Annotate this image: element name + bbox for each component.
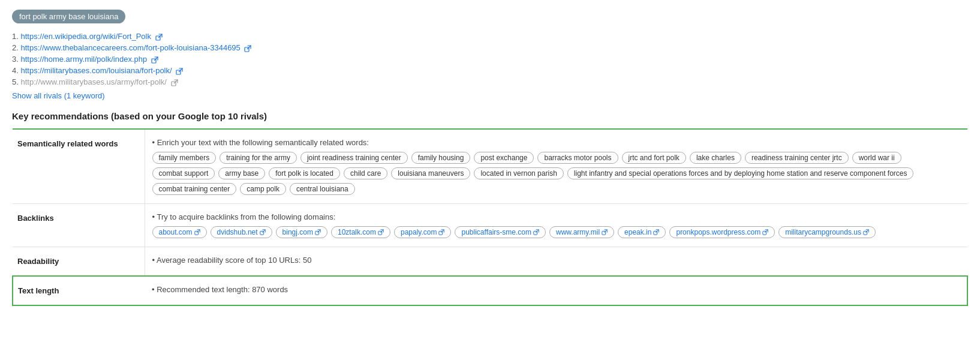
row-semantically-related: Semantically related words • Enrich your… (13, 129, 967, 204)
tag-world-war-ii: world war ii (852, 152, 901, 164)
backlink-epeak[interactable]: epeak.in (618, 226, 666, 238)
label-readability: Readability (13, 247, 145, 277)
url-item-3[interactable]: 3. https://home.army.mil/polk/index.php (12, 55, 968, 64)
tag-jrtc-fort-polk: jrtc and fort polk (622, 152, 686, 164)
readability-text: • Average readability score of top 10 UR… (152, 256, 312, 265)
row-backlinks: Backlinks • Try to acquire backlinks fro… (13, 204, 967, 247)
backlinks-intro: • Try to acquire backlinks from the foll… (152, 212, 961, 221)
tag-central-louisiana: central louisiana (290, 183, 355, 195)
tag-lake-charles: lake charles (690, 152, 741, 164)
external-link-icon-1 (155, 34, 163, 41)
label-semantically-related: Semantically related words (13, 129, 145, 204)
row-readability: Readability • Average readability score … (13, 247, 967, 277)
url-item-5[interactable]: 5. http://www.militarybases.us/army/fort… (12, 77, 968, 86)
tag-family-members: family members (152, 152, 217, 164)
text-length-value: • Recommended text length: 870 words (152, 285, 288, 294)
content-semantically-related: • Enrich your text with the following se… (145, 129, 967, 204)
tag-joint-readiness: joint readiness training center (300, 152, 408, 164)
url-item-4[interactable]: 4. https://militarybases.com/louisiana/f… (12, 66, 968, 75)
tag-readiness-training-jrtc: readiness training center jrtc (745, 152, 849, 164)
url-link-4[interactable]: https://militarybases.com/louisiana/fort… (20, 66, 172, 75)
url-link-5[interactable]: http://www.militarybases.us/army/fort-po… (20, 77, 166, 86)
backlink-publicaffairs[interactable]: publicaffairs-sme.com (455, 226, 545, 238)
tag-training-for-army: training for the army (220, 152, 297, 164)
backlink-army-mil[interactable]: www.army.mil (549, 226, 614, 238)
content-readability: • Average readability score of top 10 UR… (145, 247, 967, 277)
recommendations-table: Semantically related words • Enrich your… (12, 128, 968, 306)
backlink-about-com[interactable]: about.com (152, 226, 207, 238)
tag-louisiana-maneuvers: louisiana maneuvers (391, 167, 470, 179)
tag-army-base: army base (218, 167, 265, 179)
url-link-1[interactable]: https://en.wikipedia.org/wiki/Fort_Polk (20, 32, 151, 41)
tag-camp-polk: camp polk (240, 183, 286, 195)
label-backlinks: Backlinks (13, 204, 145, 247)
external-link-icon-3 (151, 56, 158, 64)
semantically-tags: family members training for the army joi… (152, 152, 961, 195)
row-text-length: Text length • Recommended text length: 8… (13, 276, 967, 305)
urls-list: 1. https://en.wikipedia.org/wiki/Fort_Po… (12, 32, 968, 86)
url-item-2[interactable]: 2. https://www.thebalancecareers.com/for… (12, 43, 968, 52)
tag-family-housing: family housing (411, 152, 471, 164)
tag-child-care: child care (344, 167, 387, 179)
tag-combat-support: combat support (152, 167, 215, 179)
content-text-length: • Recommended text length: 870 words (145, 276, 967, 305)
backlink-dvidshub[interactable]: dvidshub.net (211, 226, 272, 238)
content-backlinks: • Try to acquire backlinks from the foll… (145, 204, 967, 247)
backlink-pronkpops[interactable]: pronkpops.wordpress.com (669, 226, 775, 238)
tag-barracks-motor-pools: barracks motor pools (537, 152, 618, 164)
external-link-icon-5 (171, 79, 178, 86)
backlinks-tags: about.com dvidshub.net bingj.com 10ztalk… (152, 226, 961, 238)
keyword-badge: fort polk army base louisiana (12, 10, 125, 23)
url-link-2[interactable]: https://www.thebalancecareers.com/fort-p… (20, 43, 240, 52)
semantically-intro: • Enrich your text with the following se… (152, 138, 961, 147)
tag-fort-polk-located: fort polk is located (269, 167, 340, 179)
show-rivals-link[interactable]: Show all rivals (1 keyword) (12, 91, 105, 100)
section-title: Key recommendations (based on your Googl… (12, 111, 968, 121)
tag-post-exchange: post exchange (474, 152, 534, 164)
tag-light-infantry: light infantry and special operations fo… (567, 167, 914, 179)
backlink-papaly[interactable]: papaly.com (394, 226, 451, 238)
backlink-bingj[interactable]: bingj.com (276, 226, 327, 238)
tag-located-vernon-parish: located in vernon parish (474, 167, 563, 179)
url-link-3[interactable]: https://home.army.mil/polk/index.php (20, 55, 147, 64)
tag-combat-training: combat training center (152, 183, 237, 195)
backlink-militarycampgrounds[interactable]: militarycampgrounds.us (778, 226, 876, 238)
url-item-1[interactable]: 1. https://en.wikipedia.org/wiki/Fort_Po… (12, 32, 968, 41)
external-link-icon-2 (244, 45, 251, 52)
backlink-10ztalk[interactable]: 10ztalk.com (331, 226, 390, 238)
external-link-icon-4 (176, 68, 183, 75)
label-text-length: Text length (13, 276, 145, 305)
